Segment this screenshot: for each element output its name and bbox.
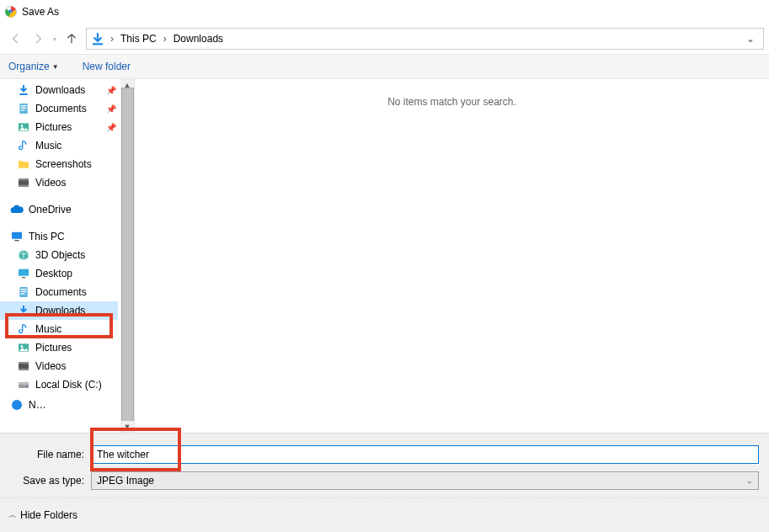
scroll-thumb[interactable] xyxy=(121,88,134,424)
svg-point-9 xyxy=(21,125,24,127)
download-icon xyxy=(17,83,30,97)
tree-item[interactable]: Pictures📌 xyxy=(0,118,118,136)
music-icon xyxy=(17,322,30,336)
svg-rect-15 xyxy=(19,269,29,276)
tree-label: Pictures xyxy=(35,342,72,354)
chevron-up-icon: ︿ xyxy=(8,509,17,521)
tree-network[interactable]: N… xyxy=(0,399,118,411)
video-icon xyxy=(17,359,30,373)
chevron-down-icon: ⌄ xyxy=(746,476,753,485)
svg-rect-12 xyxy=(19,185,29,187)
tree-scrollbar[interactable]: ▲ ▼ xyxy=(120,79,134,433)
tree-label: Local Disk (C:) xyxy=(35,379,102,391)
svg-rect-26 xyxy=(19,369,29,370)
toolbar: Organize▼ New folder xyxy=(0,54,769,79)
scroll-down-icon[interactable]: ▼ xyxy=(120,421,134,433)
svg-rect-7 xyxy=(21,109,25,110)
address-dropdown-icon[interactable]: ⌄ xyxy=(741,33,760,45)
svg-rect-11 xyxy=(19,178,29,180)
download-icon xyxy=(90,31,105,46)
svg-rect-2 xyxy=(93,43,103,45)
chevron-right-icon[interactable]: › xyxy=(162,33,168,45)
tree-item[interactable]: Documents📌 xyxy=(0,99,118,118)
doc-icon xyxy=(17,102,30,115)
svg-rect-18 xyxy=(21,289,27,290)
tree-label: Desktop xyxy=(35,268,72,279)
chrome-icon xyxy=(5,6,17,18)
up-button[interactable] xyxy=(61,28,83,50)
svg-point-30 xyxy=(12,400,22,410)
nav-row: ▾ › This PC › Downloads ⌄ xyxy=(0,24,769,54)
new-folder-button[interactable]: New folder xyxy=(83,61,131,72)
svg-rect-20 xyxy=(21,293,25,294)
svg-rect-28 xyxy=(19,382,29,385)
tree-item[interactable]: Videos xyxy=(0,357,118,375)
svg-rect-16 xyxy=(22,277,25,278)
chevron-right-icon[interactable]: › xyxy=(109,33,115,45)
savetype-select[interactable]: JPEG Image ⌄ xyxy=(91,471,759,490)
back-button[interactable] xyxy=(5,28,27,50)
tree-item[interactable]: Downloads📌 xyxy=(0,81,118,99)
tree-label: Screenshots xyxy=(35,158,92,170)
empty-message: No items match your search. xyxy=(152,96,752,108)
music-icon xyxy=(17,139,30,152)
pictures-icon xyxy=(17,120,30,134)
savetype-label: Save as type: xyxy=(0,475,91,487)
download-icon xyxy=(17,304,30,317)
svg-point-29 xyxy=(26,386,28,387)
tree-onedrive[interactable]: OneDrive xyxy=(0,200,118,219)
tree-item[interactable]: Downloads xyxy=(0,301,118,320)
hide-folders-button[interactable]: ︿ Hide Folders xyxy=(8,509,77,521)
title-bar: Save As xyxy=(0,0,769,24)
tree-thispc[interactable]: This PC xyxy=(0,227,118,246)
tree-item[interactable]: Pictures xyxy=(0,338,118,357)
recent-dropdown[interactable]: ▾ xyxy=(49,28,61,50)
address-bar[interactable]: › This PC › Downloads ⌄ xyxy=(86,28,764,50)
breadcrumb-downloads[interactable]: Downloads xyxy=(168,30,228,47)
tree-item[interactable]: Desktop xyxy=(0,264,118,283)
tree-label: N… xyxy=(29,399,46,411)
tree-label: Documents xyxy=(35,103,87,114)
tree-label: This PC xyxy=(29,231,65,242)
disk-icon xyxy=(17,378,30,391)
window-title: Save As xyxy=(22,6,59,18)
tree-label: Downloads xyxy=(35,84,85,96)
tree-item[interactable]: 3D Objects xyxy=(0,246,118,264)
svg-rect-25 xyxy=(19,362,29,364)
body: Downloads📌Documents📌Pictures📌MusicScreen… xyxy=(0,79,769,433)
doc-icon xyxy=(17,285,30,299)
svg-rect-3 xyxy=(19,93,27,95)
desktop-icon xyxy=(17,267,30,280)
monitor-icon xyxy=(10,230,24,243)
bottom-pane: File name: Save as type: JPEG Image ⌄ ︿ … xyxy=(0,433,769,532)
tree-item[interactable]: Screenshots xyxy=(0,155,118,173)
tree-label: Music xyxy=(35,323,61,335)
tree-label: Videos xyxy=(35,360,66,372)
pin-icon: 📌 xyxy=(106,123,116,132)
pictures-icon xyxy=(17,341,30,354)
breadcrumb-thispc[interactable]: This PC xyxy=(115,30,162,47)
folder-icon xyxy=(17,157,30,171)
svg-rect-19 xyxy=(21,291,27,292)
navigation-tree[interactable]: Downloads📌Documents📌Pictures📌MusicScreen… xyxy=(0,79,135,433)
organize-menu[interactable]: Organize▼ xyxy=(8,61,59,72)
tree-label: Pictures xyxy=(35,121,72,133)
file-list: No items match your search. xyxy=(135,79,769,433)
tree-label: 3D Objects xyxy=(35,249,85,261)
tree-item[interactable]: Videos xyxy=(0,173,118,192)
svg-rect-14 xyxy=(14,240,19,241)
tree-label: Music xyxy=(35,140,61,152)
tree-item[interactable]: Local Disk (C:) xyxy=(0,375,118,394)
tree-item[interactable]: Documents xyxy=(0,283,118,301)
forward-button[interactable] xyxy=(27,28,49,50)
svg-point-23 xyxy=(21,345,24,348)
network-icon xyxy=(10,399,24,411)
pin-icon: 📌 xyxy=(106,86,116,95)
tree-item[interactable]: Music xyxy=(0,320,118,338)
filename-label: File name: xyxy=(0,449,91,460)
cube-icon xyxy=(17,248,30,262)
tree-item[interactable]: Music xyxy=(0,136,118,155)
pin-icon: 📌 xyxy=(106,104,116,114)
svg-rect-5 xyxy=(21,105,27,106)
filename-input[interactable] xyxy=(91,445,759,464)
